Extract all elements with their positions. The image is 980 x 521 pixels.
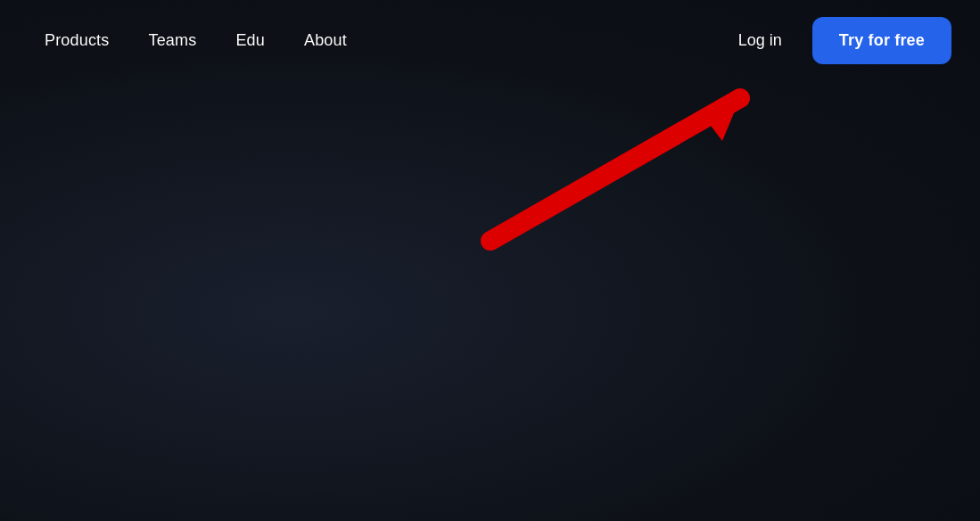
try-free-button[interactable]: Try for free xyxy=(812,17,951,64)
nav-item-edu[interactable]: Edu xyxy=(219,22,281,59)
login-link[interactable]: Log in xyxy=(722,22,798,59)
nav-item-teams[interactable]: Teams xyxy=(132,22,212,59)
svg-line-0 xyxy=(490,98,740,241)
nav-item-about[interactable]: About xyxy=(288,22,363,59)
arrow-annotation xyxy=(437,62,820,259)
main-nav: Products Teams Edu About xyxy=(29,22,722,59)
nav-right: Log in Try for free xyxy=(722,17,951,64)
nav-item-products[interactable]: Products xyxy=(29,22,125,59)
